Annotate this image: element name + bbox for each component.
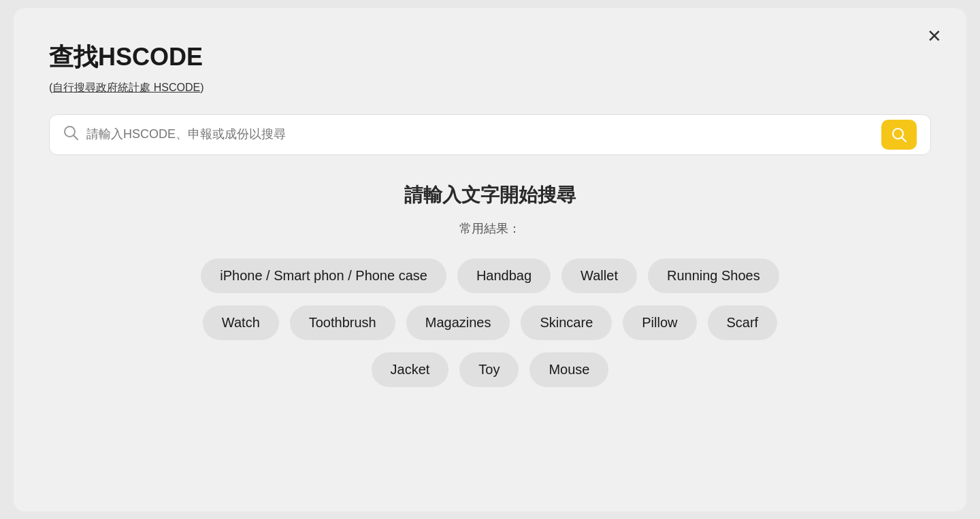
search-icon-left	[63, 125, 78, 144]
search-bar	[49, 114, 931, 155]
modal-subtitle: (自行搜尋政府統計處 HSCODE)	[49, 81, 931, 95]
chip-wallet[interactable]: Wallet	[561, 258, 637, 293]
svg-line-3	[902, 137, 906, 141]
subtitle-suffix: )	[200, 82, 203, 93]
search-input[interactable]	[86, 127, 881, 141]
chip-running-shoes[interactable]: Running Shoes	[648, 258, 779, 293]
svg-point-0	[65, 127, 75, 137]
chip-iphone[interactable]: iPhone / Smart phon / Phone case	[201, 258, 446, 293]
chip-scarf[interactable]: Scarf	[708, 305, 778, 340]
chip-watch[interactable]: Watch	[203, 305, 279, 340]
common-label: 常用結果：	[49, 220, 931, 237]
close-button[interactable]: ✕	[924, 24, 945, 48]
hs-code-modal: ✕ 查找HSCODE (自行搜尋政府統計處 HSCODE) 請輸入文字開始搜尋 …	[14, 8, 966, 512]
chip-magazines[interactable]: Magazines	[406, 305, 510, 340]
subtitle-link[interactable]: 自行搜尋政府統計處 HSCODE	[52, 82, 200, 93]
chip-toothbrush[interactable]: Toothbrush	[290, 305, 395, 340]
chip-skincare[interactable]: Skincare	[521, 305, 612, 340]
modal-title: 查找HSCODE	[49, 41, 931, 74]
chips-row-3: Jacket Toy Mouse	[372, 352, 609, 387]
search-button[interactable]	[881, 120, 917, 150]
chip-handbag[interactable]: Handbag	[457, 258, 551, 293]
svg-line-1	[74, 136, 78, 140]
chips-row-2: Watch Toothbrush Magazines Skincare Pill…	[203, 305, 777, 340]
chip-toy[interactable]: Toy	[459, 352, 519, 387]
chip-pillow[interactable]: Pillow	[623, 305, 696, 340]
chips-row-1: iPhone / Smart phon / Phone case Handbag…	[201, 258, 779, 293]
chip-jacket[interactable]: Jacket	[372, 352, 449, 387]
prompt-text: 請輸入文字開始搜尋	[49, 182, 931, 208]
chips-container: iPhone / Smart phon / Phone case Handbag…	[49, 258, 931, 387]
chip-mouse[interactable]: Mouse	[529, 352, 608, 387]
